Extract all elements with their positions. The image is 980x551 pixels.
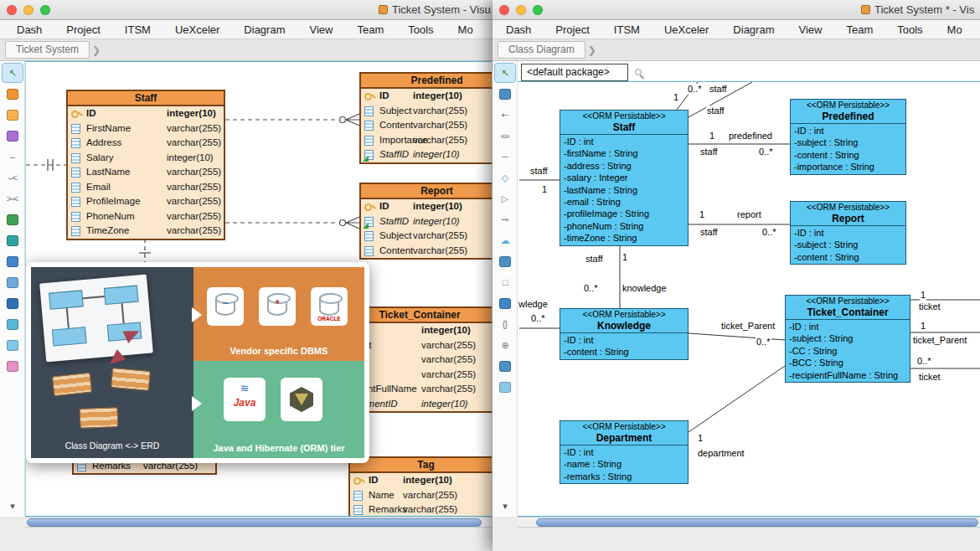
- class-attribute[interactable]: -address : String: [560, 160, 688, 172]
- class-header[interactable]: <<ORM Persistable>> Department: [560, 421, 688, 445]
- magnifier-icon[interactable]: [635, 69, 642, 75]
- class-header[interactable]: <<ORM Persistable>> Staff: [560, 111, 688, 135]
- one-to-one-relationship-icon[interactable]: --: [3, 147, 23, 166]
- menu-item[interactable]: Mo: [458, 23, 473, 36]
- menu-item[interactable]: Dash: [506, 23, 531, 36]
- ProfileImage[interactable]: ProfileImage varchar(255): [68, 194, 224, 209]
- ID[interactable]: ID integer(10): [350, 473, 492, 488]
- class-header[interactable]: <<ORM Persistable>> Predefined: [791, 100, 905, 124]
- stored-procedure-icon[interactable]: [3, 252, 23, 270]
- menu-item[interactable]: Team: [357, 23, 384, 36]
- menu-item[interactable]: ITSM: [125, 23, 151, 36]
- class-header[interactable]: <<ORM Persistable>> Ticket_Container: [786, 296, 910, 320]
- uml-class-department[interactable]: <<ORM Persistable>> Department -ID : int…: [560, 420, 689, 484]
- menu-item[interactable]: View: [798, 23, 822, 36]
- menu-item[interactable]: Diagram: [244, 23, 285, 36]
- scroll-down-icon[interactable]: ▾: [495, 497, 515, 515]
- Address[interactable]: Address varchar(255): [68, 136, 224, 151]
- table-title[interactable]: Staff: [68, 91, 224, 106]
- class-attribute[interactable]: -content : String: [560, 346, 688, 358]
- selection-tool-icon[interactable]: ↖: [495, 64, 515, 82]
- StaffID[interactable]: StaffID integer(10): [361, 214, 492, 229]
- menu-item[interactable]: Project: [555, 23, 589, 36]
- class-attribute[interactable]: -remarks : String: [560, 471, 688, 482]
- class-header[interactable]: <<ORM Persistable>> Knowledge: [560, 309, 688, 333]
- Email[interactable]: Email varchar(255): [68, 180, 224, 195]
- menu-item[interactable]: UeXceler: [664, 23, 709, 36]
- class-attribute[interactable]: -content : String: [791, 149, 905, 161]
- Importance[interactable]: Importance varchar(255): [361, 133, 492, 148]
- menu-item[interactable]: Team: [846, 23, 873, 36]
- diagram-overview-icon[interactable]: [495, 357, 515, 375]
- callout-icon[interactable]: [3, 357, 23, 375]
- provided-interface-icon[interactable]: ⊕: [495, 336, 515, 354]
- menu-item[interactable]: Diagram: [733, 23, 774, 36]
- scrollbar-thumb[interactable]: [27, 518, 482, 527]
- class-attribute[interactable]: -subject : String: [791, 136, 905, 148]
- FirstName[interactable]: FirstName varchar(255): [68, 121, 224, 136]
- package-tool-icon[interactable]: [495, 252, 515, 270]
- frame-icon[interactable]: □: [495, 273, 515, 291]
- trigger-icon[interactable]: [3, 273, 23, 291]
- Content[interactable]: Content varchar(255): [361, 244, 492, 259]
- dependency-icon[interactable]: ⇠: [495, 106, 515, 124]
- class-attribute[interactable]: -recipientFullName : String: [786, 369, 910, 381]
- scroll-down-icon[interactable]: ▾: [3, 497, 23, 515]
- close-button[interactable]: [7, 5, 17, 15]
- class-header[interactable]: <<ORM Persistable>> Report: [791, 202, 905, 226]
- minimize-button[interactable]: [23, 5, 34, 15]
- Salary[interactable]: Salary integer(10): [68, 151, 224, 166]
- association-icon[interactable]: ─: [495, 147, 515, 166]
- menu-item[interactable]: Tools: [897, 23, 922, 36]
- close-button[interactable]: [499, 5, 509, 15]
- class-attribute[interactable]: -content : String: [791, 251, 905, 263]
- uml-class-report[interactable]: <<ORM Persistable>> Report -ID : int-sub…: [790, 201, 906, 265]
- menu-item[interactable]: Project: [66, 23, 100, 36]
- erd-table-staff[interactable]: Staff ID integer(10) FirstName varchar(2…: [66, 90, 225, 240]
- erd-table-predefined[interactable]: Predefined ID integer(10) Subject varcha…: [359, 72, 492, 164]
- minimize-button[interactable]: [516, 5, 526, 15]
- LastName[interactable]: LastName varchar(255): [68, 165, 224, 180]
- class-attribute[interactable]: -profileImage : String: [560, 208, 688, 219]
- uml-class-staff[interactable]: <<ORM Persistable>> Staff -ID : int-firs…: [560, 110, 689, 246]
- shape-icon[interactable]: [3, 336, 23, 354]
- table-title[interactable]: Predefined: [361, 74, 492, 89]
- menu-item[interactable]: Mo: [947, 23, 962, 36]
- ID[interactable]: ID integer(10): [68, 106, 224, 121]
- class-attribute[interactable]: -timeZone : String: [560, 232, 688, 244]
- zoom-button[interactable]: [40, 5, 50, 15]
- StaffID[interactable]: StaffID integer(10): [361, 147, 492, 162]
- Subject[interactable]: Subject varchar(255): [361, 104, 492, 119]
- zoom-button[interactable]: [533, 5, 543, 15]
- class-attribute[interactable]: -ID : int: [791, 125, 905, 136]
- class-attribute[interactable]: -name : String: [560, 458, 688, 470]
- class-attribute[interactable]: -subject : String: [786, 332, 910, 344]
- Subject[interactable]: Subject varchar(255): [361, 229, 492, 244]
- class-attribute[interactable]: -importance : String: [791, 161, 905, 173]
- constraint-icon[interactable]: {}: [495, 315, 515, 333]
- titlebar[interactable]: Ticket System * - Vis: [493, 0, 980, 20]
- sequence-icon[interactable]: [3, 294, 23, 312]
- horizontal-scrollbar[interactable]: [518, 517, 980, 528]
- class-attribute[interactable]: -BCC : String: [786, 357, 910, 368]
- weak-entity-tool-icon[interactable]: [3, 106, 23, 124]
- aggregation-icon[interactable]: ◇: [495, 168, 515, 187]
- selection-tool-icon[interactable]: ↖: [3, 64, 23, 82]
- uml-class-predefined[interactable]: <<ORM Persistable>> Predefined -ID : int…: [790, 99, 906, 175]
- uml-class-ticket-container[interactable]: <<ORM Persistable>> Ticket_Container -ID…: [785, 295, 910, 383]
- image-shape-icon[interactable]: [495, 378, 515, 396]
- titlebar[interactable]: Ticket System - Visu: [0, 0, 492, 20]
- entity-tool-icon[interactable]: [3, 85, 23, 103]
- generalization-icon[interactable]: ▷: [495, 189, 515, 208]
- scrollbar-thumb[interactable]: [536, 518, 978, 527]
- many-to-many-relationship-icon[interactable]: >-<: [3, 189, 23, 208]
- table-record-icon[interactable]: [3, 210, 23, 229]
- stereotype-icon[interactable]: «»: [495, 126, 515, 145]
- table-title[interactable]: Report: [361, 184, 492, 199]
- class-attribute[interactable]: -ID : int: [560, 334, 688, 346]
- horizontal-scrollbar[interactable]: [25, 517, 492, 528]
- menu-item[interactable]: Dash: [17, 23, 42, 36]
- erd-table-report[interactable]: Report ID integer(10) StaffID integer(10…: [359, 183, 492, 260]
- class-attribute[interactable]: -lastName : String: [560, 184, 688, 196]
- table-title[interactable]: Tag: [350, 458, 492, 473]
